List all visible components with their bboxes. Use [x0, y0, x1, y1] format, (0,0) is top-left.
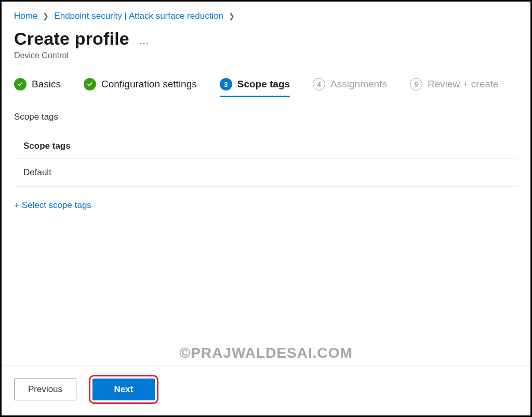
wizard-footer: Previous Next [2, 365, 530, 415]
chevron-right-icon: ❯ [43, 12, 49, 20]
select-scope-tags-link[interactable]: + Select scope tags [14, 200, 518, 211]
step-review-create[interactable]: 5 Review + create [410, 78, 499, 97]
step-number-badge: 4 [313, 78, 325, 90]
step-label: Basics [32, 79, 61, 90]
wizard-stepper: Basics Configuration settings 3 Scope ta… [14, 78, 518, 97]
more-actions-icon[interactable]: … [139, 35, 150, 47]
table-column-header: Scope tags [14, 141, 518, 159]
step-scope-tags[interactable]: 3 Scope tags [220, 78, 290, 97]
chevron-right-icon: ❯ [229, 12, 235, 20]
step-label: Review + create [428, 79, 499, 90]
check-icon [84, 78, 96, 90]
step-label: Assignments [330, 79, 387, 90]
breadcrumb: Home ❯ Endpoint security | Attack surfac… [14, 11, 518, 21]
step-basics[interactable]: Basics [14, 78, 61, 97]
highlight-annotation: Next [89, 375, 158, 404]
step-number-badge: 5 [410, 78, 422, 90]
scope-tags-table: Scope tags Default [14, 141, 518, 187]
check-icon [14, 78, 26, 90]
step-label: Configuration settings [101, 79, 197, 90]
breadcrumb-home[interactable]: Home [14, 11, 37, 21]
page-title: Create profile [14, 29, 129, 49]
previous-button[interactable]: Previous [14, 379, 76, 400]
step-assignments[interactable]: 4 Assignments [313, 78, 387, 97]
step-label: Scope tags [237, 79, 290, 90]
page-subtitle: Device Control [14, 51, 518, 60]
section-heading: Scope tags [14, 112, 518, 122]
table-row: Default [14, 159, 518, 187]
next-button[interactable]: Next [92, 379, 155, 400]
watermark-text: ©PRAJWALDESAI.COM [179, 345, 352, 361]
breadcrumb-section[interactable]: Endpoint security | Attack surface reduc… [54, 11, 223, 21]
step-configuration-settings[interactable]: Configuration settings [84, 78, 197, 97]
step-number-badge: 3 [220, 78, 232, 90]
